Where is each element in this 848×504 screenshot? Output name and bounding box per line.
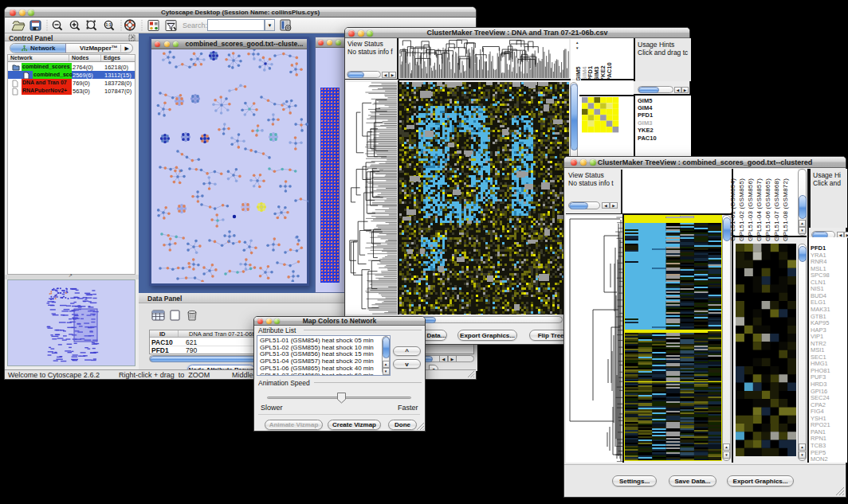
svg-text:1:1: 1:1 xyxy=(105,22,111,27)
